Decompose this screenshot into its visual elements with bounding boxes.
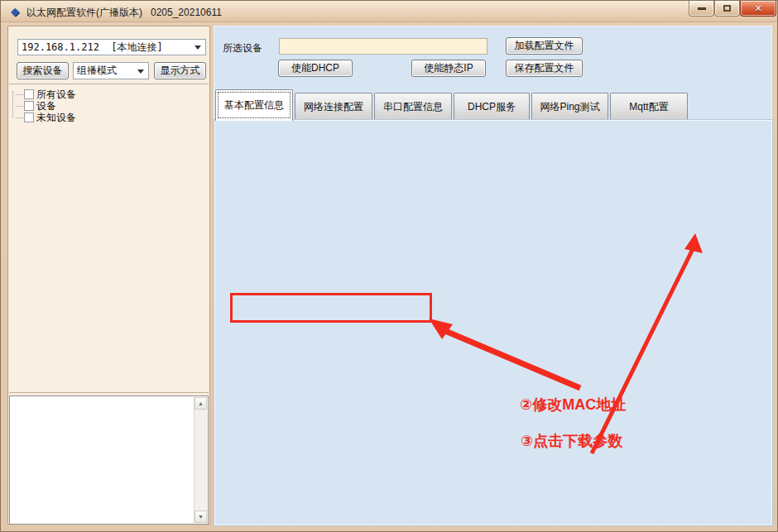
scroll-up-icon[interactable]: ▲ — [194, 397, 207, 410]
tab-serial-config[interactable]: 串口配置信息 — [374, 93, 452, 121]
display-mode-button[interactable]: 显示方式 — [154, 62, 206, 79]
checkbox-icon[interactable] — [24, 113, 34, 122]
scroll-down-icon[interactable]: ▼ — [194, 510, 207, 523]
maximize-button[interactable] — [714, 1, 740, 17]
checkbox-icon[interactable] — [24, 89, 34, 99]
tab-basic-config[interactable]: 基本配置信息 — [215, 89, 293, 121]
log-list-panel[interactable]: ▲ ▼ — [9, 395, 209, 525]
device-tree: 所有设备 设备 未知设备 — [9, 84, 209, 393]
minimize-icon — [698, 7, 706, 10]
cast-mode-value: 组播模式 — [77, 64, 117, 78]
app-icon: ◆ — [8, 5, 22, 18]
save-config-file-button[interactable]: 保存配置文件 — [506, 60, 583, 77]
adapter-select-value: 192.168.1.212 [本地连接] — [22, 41, 163, 55]
tab-dhcp-service[interactable]: DHCP服务 — [454, 93, 530, 121]
load-config-file-button[interactable]: 加载配置文件 — [506, 37, 583, 55]
tree-item-unknown-devices[interactable]: 未知设备 — [16, 112, 76, 123]
tree-connector-line — [12, 91, 13, 117]
window-title: 以太网配置软件(广播版本) 0205_20210611 — [26, 6, 222, 20]
mac-highlight-box — [230, 293, 432, 323]
adapter-select[interactable]: 192.168.1.212 [本地连接] — [17, 39, 206, 55]
search-device-button[interactable]: 搜索设备 — [17, 62, 69, 79]
title-bar[interactable]: ◆ 以太网配置软件(广播版本) 0205_20210611 ✕ — [1, 1, 778, 22]
basic-config-tab-panel — [214, 120, 772, 525]
selected-device-label: 所选设备 — [223, 41, 262, 55]
chevron-down-icon — [194, 46, 201, 50]
tab-network-connection[interactable]: 网络连接配置 — [295, 93, 372, 121]
tab-network-ping[interactable]: 网络Ping测试 — [531, 93, 608, 121]
tree-dots — [16, 117, 23, 118]
cast-mode-select[interactable]: 组播模式 — [73, 62, 149, 79]
tree-dots — [16, 94, 23, 95]
close-button[interactable]: ✕ — [740, 1, 776, 17]
checkbox-icon[interactable] — [24, 101, 34, 111]
app-window: ◆ 以太网配置软件(广播版本) 0205_20210611 ✕ 192.168.… — [0, 0, 778, 532]
enable-dhcp-button[interactable]: 使能DHCP — [278, 60, 353, 77]
chevron-down-icon — [137, 69, 144, 74]
maximize-icon — [723, 5, 731, 12]
close-icon: ✕ — [754, 3, 761, 14]
selected-device-input[interactable] — [279, 38, 487, 55]
annotation-step2: ②修改MAC地址 — [520, 395, 626, 415]
annotation-step3: ③点击下载参数 — [521, 431, 622, 451]
tree-dots — [16, 106, 23, 107]
tab-mqtt-config[interactable]: Mqtt配置 — [610, 93, 688, 121]
tree-item-label: 未知设备 — [36, 111, 76, 125]
vertical-scrollbar[interactable]: ▲ ▼ — [194, 397, 207, 523]
minimize-button[interactable] — [689, 1, 714, 17]
enable-static-ip-button[interactable]: 使能静态IP — [411, 60, 486, 77]
